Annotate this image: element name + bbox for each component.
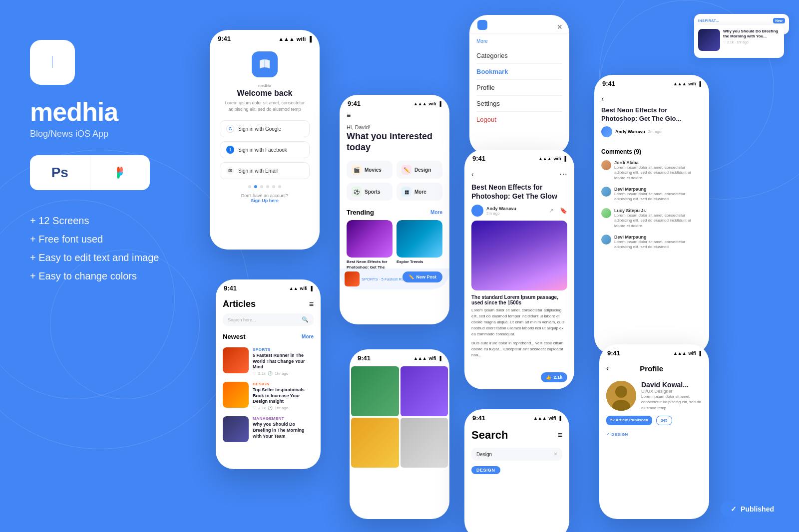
comment-avatar [601, 235, 611, 245]
menu-icon[interactable]: ≡ [558, 431, 562, 440]
email-signin-button[interactable]: ✉ Sign in with Email [220, 162, 310, 179]
wifi-icon: wifi [297, 36, 306, 42]
logout-menu-item[interactable]: Logout [476, 112, 562, 127]
signal-icon: ▲▲▲ [538, 156, 552, 161]
phone-status: ▲▲▲ wifi ▐ [413, 356, 441, 361]
article-category: SPORTS [253, 347, 314, 352]
search-input-bar[interactable]: Design × [471, 448, 562, 461]
image-cell[interactable] [400, 366, 448, 416]
time-label: 1hr ago [275, 406, 288, 410]
more-small-btn[interactable]: More [476, 38, 562, 44]
detail-title: Best Neon Effects for Photoshop: Get The… [471, 183, 567, 201]
phone-status: ▲▲▲ wifi ▐ [538, 156, 566, 161]
wifi-icon: wifi [429, 356, 436, 361]
more-options-icon[interactable]: ⋯ [559, 169, 567, 179]
profile-menu-item[interactable]: Profile [476, 80, 562, 96]
article-item[interactable]: DESIGN Top Seller Inspirationals Book to… [216, 379, 321, 413]
articles-header: Articles ≡ [216, 295, 321, 313]
article-title: Top Seller Inspirationals Book to Increa… [253, 387, 314, 405]
comment-text: Lorem ipsum dolor sit amet, consectetur … [614, 213, 702, 229]
more-icon: ▦ [401, 187, 411, 197]
sports-category-btn[interactable]: ⚽ Sports [347, 183, 393, 201]
comment-item: Devi Marpaung Lorem ipsum dolor sit amet… [594, 232, 709, 253]
categories-menu-item[interactable]: Categories [476, 48, 562, 64]
design-category-btn[interactable]: ✏️ Design [397, 161, 442, 179]
menu-icon[interactable]: ≡ [309, 300, 314, 309]
green-leaves-image [351, 366, 399, 416]
movies-category-btn[interactable]: 🎬 Movies [347, 161, 393, 179]
new-post-fab[interactable]: ✏️ New Post [402, 271, 442, 282]
dot [278, 185, 281, 188]
search-value: Design [476, 452, 492, 457]
close-button[interactable]: × [557, 22, 562, 32]
more-link[interactable]: More [302, 334, 314, 339]
trending-more-link[interactable]: More [430, 210, 442, 215]
design-pill[interactable]: DESIGN [471, 466, 500, 474]
wifi-icon: wifi [689, 351, 696, 356]
profile-desc: Lorem ipsum dolor sit amet, consectetur … [641, 394, 702, 411]
ocean-img [397, 220, 442, 258]
card2-header: INSPIRAT... New [698, 18, 785, 23]
new-post-label: New Post [416, 274, 436, 279]
interest-title: What you interested today [347, 131, 442, 153]
body-heading: The standard Lorem Ipsum passage, used s… [471, 294, 567, 305]
google-signin-button[interactable]: G Sign in with Google [220, 120, 310, 137]
back-button[interactable]: ‹ [606, 364, 609, 373]
settings-menu-item[interactable]: Settings [476, 96, 562, 112]
interest-phone: 9:41 ▲▲▲ wifi ▐ ≡ Hi, David! What you in… [340, 95, 449, 324]
back-button[interactable]: ‹ [471, 170, 474, 178]
feature-item: + Easy to edit text and image [30, 252, 190, 264]
av-avatar [601, 126, 612, 137]
menu-icon[interactable]: ≡ [347, 111, 351, 119]
articles-title: Articles [223, 299, 256, 309]
article-category: MANAGEMENT [253, 416, 314, 421]
sports-label: Sports [365, 189, 381, 195]
card-title: Why you Should Do Breefing the Morning w… [723, 29, 780, 39]
article-view-phone: 9:41 ▲▲▲ wifi ▐ ‹ Best Neon Effects for … [594, 75, 709, 354]
phone-header: 9:41 ▲▲▲ wifi ▐ [464, 409, 569, 425]
hero-neon-image [471, 221, 567, 290]
thumbs-up-icon: 👍 [546, 375, 551, 380]
newest-label: Newest [223, 333, 246, 340]
image-cell[interactable] [400, 418, 448, 468]
article-view-content: ‹ Best Neon Effects for Photoshop: Get T… [594, 90, 709, 144]
search-placeholder: Search here... [228, 317, 256, 322]
bookmark-menu-item[interactable]: Bookmark [476, 64, 562, 80]
phone-time: 9:41 [358, 354, 371, 362]
like-count: 2.1k [258, 406, 266, 410]
phone-status: ▲▲▲ wifi ▐ [673, 351, 701, 356]
articles-phone: 9:41 ▲▲ wifi ▐ Articles ≡ Search here...… [216, 279, 321, 469]
articles-stat: 52 Article Published [606, 416, 652, 425]
bookmark-icon[interactable]: 🔖 [560, 207, 567, 214]
article-thumb [223, 416, 249, 442]
back-button[interactable]: ‹ [601, 94, 604, 103]
article-item[interactable]: MANAGEMENT Why you Should Do Breefing in… [216, 413, 321, 445]
article-item[interactable]: SPORTS 5 Fastest Runner in The World Tha… [216, 344, 321, 379]
left-panel: medhia Blog/News iOS App Ps + 12 Screens… [30, 40, 190, 289]
clear-icon[interactable]: × [554, 451, 557, 458]
pencil-icon: ✏️ [408, 274, 414, 279]
header-icons [477, 20, 487, 30]
signup-link[interactable]: Sign Up here [251, 198, 279, 203]
more-category-btn[interactable]: ▦ More [397, 183, 442, 201]
app-mini-logo [477, 20, 487, 30]
comment-avatar [601, 187, 611, 197]
parrot-image [351, 418, 399, 468]
battery-icon: ▐ [310, 286, 313, 291]
image-cell[interactable] [351, 366, 399, 416]
search-bar[interactable]: Search here... 🔍 [223, 313, 314, 326]
wifi-icon: wifi [549, 416, 556, 421]
search-phone: 9:41 ▲▲▲ wifi ▐ Search ≡ Design × DESIGN [464, 409, 569, 532]
share-icon[interactable]: ↗ [549, 207, 554, 214]
facebook-signin-button[interactable]: f Sign in with Facebook [220, 141, 310, 158]
detail-avatar [471, 205, 483, 217]
signup-text: Don't have an account? Sign Up here [220, 193, 310, 203]
profile-phone: 9:41 ▲▲▲ wifi ▐ ‹ Profile David Kowal...… [599, 344, 709, 519]
image-cell[interactable] [351, 418, 399, 468]
like-button[interactable]: 👍 2.1k [541, 372, 567, 382]
like-icon: ♡ [253, 406, 256, 410]
comment-name: Lucy Sitepu Jr. [614, 208, 702, 213]
comment-name: Devi Marpaung [614, 235, 702, 240]
profile-stats: 52 Article Published 245 [606, 416, 702, 425]
design-label: Design [414, 167, 431, 173]
